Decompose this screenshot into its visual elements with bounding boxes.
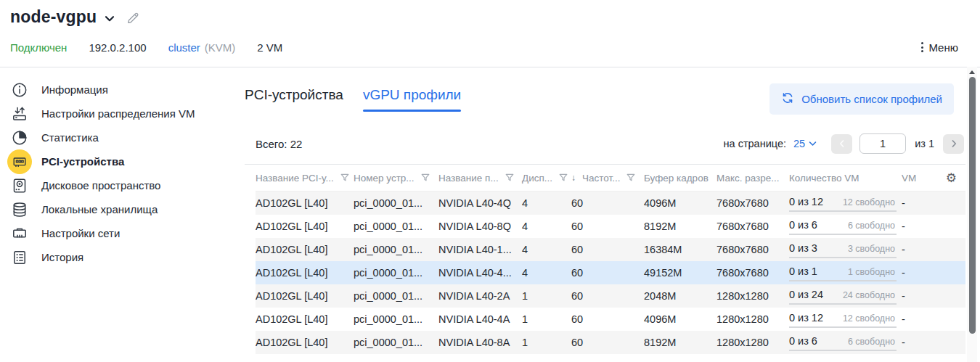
local-storage-icon: [7, 197, 32, 222]
cell-vm: -: [902, 337, 932, 348]
cluster-type: (KVM): [205, 41, 236, 54]
cell-vm: -: [902, 244, 932, 255]
network-settings-icon: [7, 221, 32, 246]
column-header[interactable]: Название п...: [438, 173, 522, 184]
cell-frequency: 60: [571, 197, 644, 209]
cell-max-resolution: 7680x7680: [716, 244, 789, 255]
vertical-scrollbar[interactable]: [967, 67, 977, 362]
cell-pci-name: AD102GL [L40]: [256, 313, 354, 325]
cell-profile-name: NVIDIA L40-8Q: [438, 221, 522, 232]
filter-icon[interactable]: [626, 173, 635, 182]
table-row[interactable]: AD102GL [L40]pci_0000_01...NVIDIA L40-2A…: [256, 284, 965, 308]
header-divider: [0, 67, 980, 67]
scroll-up-arrow-icon[interactable]: [969, 70, 975, 74]
vm-free-count: 6 свободно: [848, 337, 895, 347]
cell-device-number: pci_0000_01...: [354, 290, 438, 302]
cluster-link[interactable]: cluster: [168, 41, 200, 54]
column-header[interactable]: Название PCI-у...: [256, 173, 354, 184]
vm-used-count: 0 из 1: [789, 266, 817, 277]
page-of-label: из 1: [913, 138, 936, 149]
cell-frequency: 60: [571, 337, 644, 348]
vm-distribution-icon: [7, 102, 32, 126]
sort-desc-icon: ↓: [571, 173, 576, 183]
sidebar-item-pci-device[interactable]: PCI-устройства: [0, 149, 245, 173]
vm-usage-bar: 0 из 1212 свободно: [789, 195, 897, 212]
table-row[interactable]: AD102GL [L40]pci_0000_01...NVIDIA L40-4A…: [256, 308, 965, 331]
kebab-icon: [921, 42, 923, 52]
filter-icon[interactable]: [559, 173, 568, 182]
status-badge: Подключен: [10, 41, 67, 54]
cell-max-resolution: 7680x7680: [716, 267, 789, 279]
menu-button[interactable]: Меню: [921, 41, 958, 54]
table-row[interactable]: AD102GL [L40]pci_0000_01...NVIDIA L40-8Q…: [256, 215, 965, 238]
refresh-icon: [781, 91, 794, 107]
column-header[interactable]: VM: [902, 173, 932, 184]
column-header[interactable]: Макс. разре...: [716, 173, 789, 184]
cell-device-number: pci_0000_01...: [354, 267, 438, 279]
vm-usage-bar: 0 из 1212 свободно: [789, 311, 897, 328]
cell-profile-name: NVIDIA L40-1...: [438, 244, 522, 255]
sidebar-item-vm-distribution[interactable]: Настройки распределения VM: [0, 102, 245, 126]
column-header[interactable]: Номер устр...: [354, 173, 438, 184]
cell-vm: -: [902, 197, 932, 209]
pagination: на странице: 25 из 1: [724, 133, 964, 154]
table-row[interactable]: AD102GL [L40]pci_0000_01...NVIDIA L40-4Q…: [256, 192, 965, 215]
info-icon: [7, 78, 32, 102]
column-header[interactable]: ↓Частот...: [571, 173, 644, 184]
cell-vm: -: [902, 267, 932, 279]
scrollbar-thumb[interactable]: [969, 77, 976, 334]
column-header[interactable]: Количество VM: [789, 173, 902, 184]
vm-used-count: 0 из 3: [789, 242, 817, 254]
table-row[interactable]: AD102GL [L40]pci_0000_01...NVIDIA L40-8A…: [256, 331, 965, 354]
tab-pci-devices[interactable]: PCI-устройства: [245, 87, 343, 112]
sidebar-item-history[interactable]: История: [0, 245, 245, 269]
vm-free-count: 3 свободно: [848, 244, 895, 254]
cell-pci-name: AD102GL [L40]: [256, 337, 354, 348]
table-row[interactable]: AD102GL [L40]pci_0000_01...NVIDIA L40-4.…: [256, 261, 965, 284]
cell-device-number: pci_0000_01...: [354, 221, 438, 232]
vm-free-count: 6 свободно: [848, 221, 895, 231]
column-settings-gear-icon[interactable]: ⚙: [946, 171, 957, 185]
disk-space-icon: [7, 173, 32, 198]
filter-icon[interactable]: [505, 173, 514, 182]
sidebar-item-statistics[interactable]: Статистика: [0, 126, 245, 149]
filter-icon[interactable]: [340, 173, 349, 182]
cell-profile-name: NVIDIA L40-2A: [438, 290, 522, 302]
cell-frequency: 60: [571, 267, 644, 279]
vm-usage-bar: 0 из 2424 свободно: [789, 288, 897, 305]
page-number-input[interactable]: [859, 133, 906, 154]
tab-vgpu-profiles[interactable]: vGPU профили: [363, 87, 461, 112]
cell-displays: 4: [522, 221, 571, 232]
cell-pci-name: AD102GL [L40]: [256, 221, 354, 232]
table-body: AD102GL [L40]pci_0000_01...NVIDIA L40-4Q…: [256, 192, 965, 354]
cell-max-resolution: 7680x7680: [716, 197, 789, 209]
column-header[interactable]: Дисп...: [522, 173, 571, 184]
node-select-chevron-icon[interactable]: [105, 15, 115, 22]
chevron-down-icon: [809, 141, 817, 147]
sidebar-item-disk-space[interactable]: Дисковое пространство: [0, 173, 245, 197]
column-header[interactable]: Буфер кадров: [644, 173, 716, 184]
cell-frequency: 60: [571, 290, 644, 302]
cell-frame-buffer: 4096M: [644, 197, 716, 209]
cell-profile-name: NVIDIA L40-4...: [438, 267, 522, 279]
vm-usage-bar: 0 из 33 свободно: [789, 242, 897, 258]
vm-usage-bar: 0 из 66 свободно: [789, 218, 897, 235]
cell-max-resolution: 1280x1280: [716, 337, 789, 348]
table-row[interactable]: AD102GL [L40]pci_0000_01...NVIDIA L40-1.…: [256, 238, 965, 261]
cell-frame-buffer: 49152M: [644, 267, 716, 279]
cell-displays: 4: [522, 267, 571, 279]
sidebar-item-local-storage[interactable]: Локальные хранилища: [0, 197, 245, 221]
cell-frame-buffer: 8192M: [644, 337, 716, 348]
sidebar-item-network-settings[interactable]: Настройки сети: [0, 221, 245, 245]
cell-displays: 1: [522, 313, 571, 325]
filter-icon[interactable]: [421, 173, 430, 182]
per-page-select[interactable]: 25: [793, 138, 817, 149]
page-title: node-vgpu: [10, 7, 97, 27]
prev-page-button[interactable]: [831, 134, 852, 154]
refresh-profiles-button[interactable]: Обновить список профилей: [769, 83, 954, 115]
next-page-button[interactable]: [943, 134, 964, 154]
cell-pci-name: AD102GL [L40]: [256, 244, 354, 255]
sidebar-item-info[interactable]: Информация: [0, 78, 245, 102]
edit-node-name-icon[interactable]: [126, 11, 140, 25]
vm-count: 2 VM: [257, 41, 282, 54]
